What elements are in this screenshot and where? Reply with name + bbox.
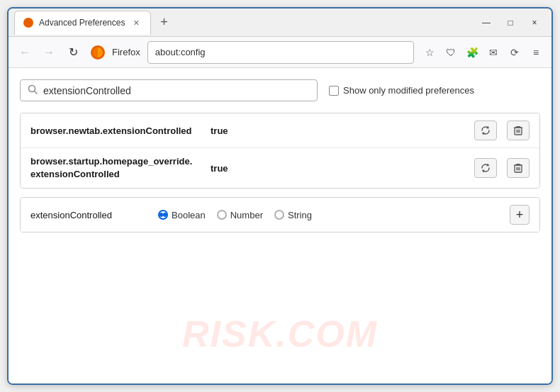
firefox-logo (89, 44, 106, 61)
address-bar[interactable]: about:config (147, 41, 414, 64)
modified-checkbox[interactable] (329, 86, 339, 96)
radio-string-circle[interactable] (274, 210, 284, 220)
radio-boolean-label: Boolean (172, 210, 206, 220)
pref-name-2: browser.startup.homepage_override. exten… (30, 155, 201, 181)
reload-icon: ↻ (69, 45, 78, 59)
menu-button[interactable]: ≡ (526, 43, 546, 62)
shield-button[interactable]: 🛡 (441, 43, 461, 62)
radio-number[interactable]: Number (217, 210, 263, 220)
nav-bar: ← → ↻ Firefox about:config ☆ 🛡 🧩 ✉ ⟳ ≡ (9, 37, 551, 68)
search-icon (28, 84, 38, 96)
new-pref-name: extensionControlled (30, 210, 144, 220)
type-radio-group: Boolean Number String (158, 210, 495, 220)
pref-name-1: browser.newtab.extensionControlled (30, 125, 201, 136)
pref-value-2: true (211, 163, 228, 174)
tab-title: Advanced Preferences (39, 18, 125, 28)
radio-number-circle[interactable] (217, 210, 227, 220)
modified-label: Show only modified preferences (343, 85, 474, 96)
address-text: about:config (155, 47, 206, 57)
pref-value-1: true (211, 125, 228, 136)
add-preference-button[interactable]: + (510, 205, 530, 225)
watermark: RISK.COM (182, 313, 378, 355)
browser-tab[interactable]: Advanced Preferences × (14, 11, 151, 35)
new-preference-table: extensionControlled Boolean Number (20, 197, 540, 233)
forward-button[interactable]: → (38, 42, 60, 63)
reset-button-1[interactable] (474, 121, 497, 140)
sync-button[interactable]: ⟳ (505, 43, 525, 62)
radio-boolean[interactable]: Boolean (158, 210, 206, 220)
window-controls: — □ × (475, 13, 546, 33)
delete-button-1[interactable] (507, 121, 530, 140)
radio-string[interactable]: String (274, 210, 312, 220)
browser-window: Advanced Preferences × + — □ × ← → ↻ Fir… (7, 7, 553, 385)
extensions-button[interactable]: 🧩 (462, 43, 482, 62)
back-button[interactable]: ← (14, 42, 35, 63)
preferences-table: browser.newtab.extensionControlled true (20, 113, 540, 189)
radio-number-label: Number (230, 210, 263, 220)
new-pref-row: extensionControlled Boolean Number (21, 198, 539, 232)
tab-close-button[interactable]: × (130, 17, 142, 28)
radio-boolean-circle[interactable] (158, 210, 168, 220)
nav-icons: ☆ 🛡 🧩 ✉ ⟳ ≡ (420, 43, 546, 62)
back-icon: ← (19, 46, 30, 59)
delete-button-2[interactable] (507, 158, 530, 178)
tab-favicon (23, 18, 33, 28)
maximize-button[interactable]: □ (499, 13, 522, 33)
svg-line-3 (35, 91, 38, 94)
search-box[interactable] (20, 79, 318, 101)
minimize-button[interactable]: — (475, 13, 498, 33)
email-button[interactable]: ✉ (483, 43, 503, 62)
modified-filter-row: Show only modified preferences (329, 85, 474, 96)
new-tab-button[interactable]: + (154, 13, 174, 33)
reset-button-2[interactable] (474, 158, 497, 178)
radio-string-label: String (288, 210, 312, 220)
reload-button[interactable]: ↻ (62, 42, 84, 63)
search-row: Show only modified preferences (20, 79, 540, 101)
table-row: browser.newtab.extensionControlled true (21, 113, 539, 148)
close-button[interactable]: × (523, 13, 546, 33)
bookmark-button[interactable]: ☆ (420, 43, 439, 62)
page-content: RISK.COM Show only modified preferences (9, 68, 551, 383)
title-bar: Advanced Preferences × + — □ × (9, 9, 551, 37)
firefox-label: Firefox (112, 47, 140, 57)
table-row: browser.startup.homepage_override. exten… (21, 148, 539, 188)
forward-icon: → (43, 46, 55, 59)
search-input[interactable] (43, 85, 310, 96)
